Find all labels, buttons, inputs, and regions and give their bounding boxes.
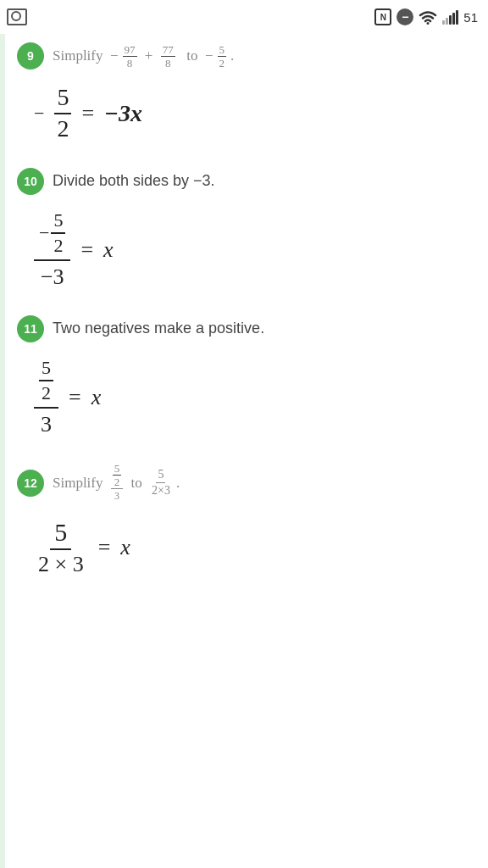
status-right: N − 51: [374, 8, 478, 25]
step-12-badge: 12: [17, 470, 44, 497]
status-left: [7, 8, 27, 25]
svg-point-0: [427, 22, 430, 25]
step-9-math: − 5 2 = −3x: [17, 85, 471, 142]
step-11-badge: 11: [17, 315, 44, 342]
step-9: 9 Simplify −978 + 778 to −52. − 5 2 = −3…: [17, 42, 471, 142]
signal-icon: [442, 9, 458, 25]
step-11-header: 11 Two negatives make a positive.: [17, 315, 471, 342]
main-content: 9 Simplify −978 + 778 to −52. − 5 2 = −3…: [0, 34, 488, 620]
nfc-icon: N: [374, 8, 391, 25]
wifi-icon: [419, 9, 437, 25]
step-11-description: Two negatives make a positive.: [53, 320, 264, 337]
step-9-description: Simplify −978 + 778 to −52.: [53, 44, 234, 69]
photo-icon: [7, 8, 27, 25]
step-12-math: 5 2 × 3 = x: [17, 518, 471, 577]
step-9-badge: 9: [17, 42, 44, 70]
battery-level: 51: [463, 10, 478, 25]
step-10-badge: 10: [17, 168, 44, 195]
step-10-math: − 5 2 −3 = x: [17, 210, 471, 290]
step-11-math: 5 2 3 = x: [17, 358, 471, 437]
step-10-description: Divide both sides by −3.: [53, 172, 215, 190]
step-10-header: 10 Divide both sides by −3.: [17, 168, 471, 195]
step-12-description: Simplify 52 3 to 5 2×3 .: [53, 463, 180, 503]
step-12: 12 Simplify 52 3 to 5 2×3 .: [17, 463, 471, 577]
status-bar: N − 51: [0, 0, 488, 34]
step-10: 10 Divide both sides by −3. − 5 2 −3: [17, 168, 471, 290]
step-12-header: 12 Simplify 52 3 to 5 2×3 .: [17, 463, 471, 503]
step-9-header: 9 Simplify −978 + 778 to −52.: [17, 42, 471, 70]
step-11: 11 Two negatives make a positive. 5 2 3: [17, 315, 471, 437]
dnd-icon: −: [396, 8, 413, 25]
left-accent-bar: [0, 34, 5, 868]
